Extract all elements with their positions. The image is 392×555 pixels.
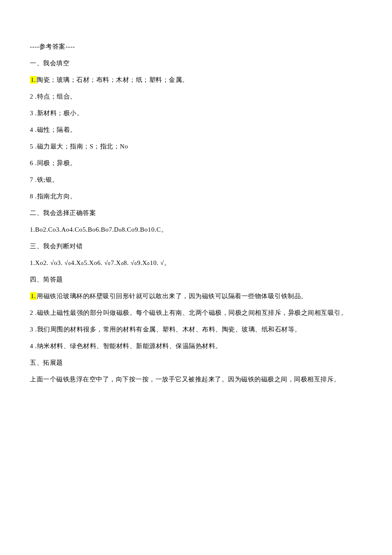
- item-num: 4 .: [30, 343, 37, 349]
- section-5-title: 五、拓展题: [30, 355, 362, 371]
- item-text: 磁性；隔着。: [37, 126, 77, 133]
- item-num: 2 .: [30, 93, 37, 100]
- section-1-item: 6 .同极；异极。: [30, 155, 362, 171]
- item-text: 铁;银。: [37, 176, 59, 183]
- section-3-title: 三、我会判断对错: [30, 238, 362, 255]
- section-2-text: 1.Bo2.Co3.Ao4.Co5.Bo6.Bo7.D₀8.Co9.Bo10.C…: [30, 221, 362, 238]
- section-1-item: 5 .磁力最大；指南；S；指北；No: [30, 138, 362, 155]
- item-text: 新材料；极小。: [37, 110, 84, 116]
- highlight-marker: 1.: [30, 292, 37, 300]
- item-num: 3 .: [30, 326, 37, 333]
- item-num: 2 .: [30, 309, 37, 316]
- section-1-item: 1.陶瓷；玻璃；石材；布料；木材；纸；塑料；金属。: [30, 72, 362, 88]
- item-text: 磁力最大；指南；S；指北；No: [37, 143, 128, 150]
- item-text: 用磁铁沿玻璃杯的杯壁吸引回形针就可以敢出来了，因为磁铁可以隔着一些物体吸引铁制品…: [37, 293, 308, 299]
- section-5-text: 上面一个磁铁悬浮在空中了，向下按一按，一放手它又被推起来了。因为磁铁的磁极之间，…: [30, 371, 362, 388]
- section-1-item: 8 .指南北方向。: [30, 188, 362, 205]
- item-num: 3 .: [30, 110, 37, 116]
- answers-header: ----参考答案----: [30, 38, 362, 55]
- section-3-text: 1.Xo2. √o3. √₀4.X₀5.Xo6. √₀7.X₀8. √₀9.X₀…: [30, 255, 362, 271]
- item-text: 特点；组合。: [37, 93, 77, 100]
- item-num: 4 .: [30, 126, 37, 133]
- item-text: 纳米材料、绿色材料、智能材料、新能源材料、保温隔热材料。: [37, 343, 222, 349]
- item-text: 陶瓷；玻璃；石材；布料；木材；纸；塑料；金属。: [37, 76, 189, 83]
- section-4-item: 4 .纳米材料、绿色材料、智能材料、新能源材料、保温隔热材料。: [30, 338, 362, 355]
- item-num: 8 .: [30, 193, 37, 200]
- section-1-item: 3 .新材料；极小。: [30, 105, 362, 122]
- section-4-title: 四、简答题: [30, 271, 362, 288]
- section-2-title: 二、我会选择正确答案: [30, 205, 362, 221]
- document-page: ----参考答案---- 一、我会填空 1.陶瓷；玻璃；石材；布料；木材；纸；塑…: [0, 0, 392, 413]
- section-1-item: 4 .磁性；隔着。: [30, 122, 362, 138]
- section-1-item: 7 .铁;银。: [30, 171, 362, 188]
- item-text: 磁铁上磁性最强的部分叫做磁极。每个磁铁上有南、北两个磁极，同极之间相互排斥，异极…: [37, 309, 348, 316]
- highlight-marker: 1.: [30, 76, 37, 84]
- section-4-item: 1.用磁铁沿玻璃杯的杯壁吸引回形针就可以敢出来了，因为磁铁可以隔着一些物体吸引铁…: [30, 288, 362, 305]
- item-num: 7 .: [30, 176, 37, 183]
- item-text: 同极；异极。: [37, 160, 77, 166]
- item-text: 我们周围的材料很多，常用的材料有金属、塑料、木材、布料、陶瓷、玻璃、纸和石材等。: [37, 326, 301, 333]
- section-4-item: 3 .我们周围的材料很多，常用的材料有金属、塑料、木材、布料、陶瓷、玻璃、纸和石…: [30, 321, 362, 338]
- section-1-item: 2 .特点；组合。: [30, 88, 362, 105]
- item-num: 6 .: [30, 160, 37, 166]
- section-1-title: 一、我会填空: [30, 55, 362, 72]
- item-text: 指南北方向。: [37, 193, 77, 200]
- section-4-item: 2 .磁铁上磁性最强的部分叫做磁极。每个磁铁上有南、北两个磁极，同极之间相互排斥…: [30, 305, 362, 321]
- item-num: 5 .: [30, 143, 37, 150]
